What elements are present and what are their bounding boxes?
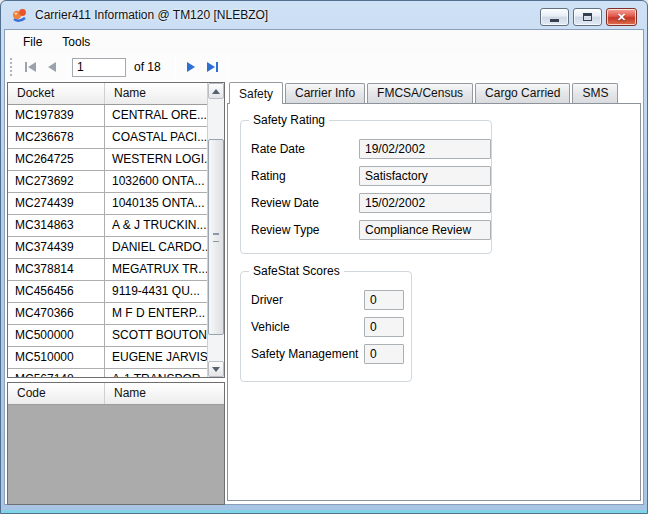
first-record-button[interactable]: [19, 57, 41, 77]
table-row[interactable]: MC510000 EUGENE JARVIS: [8, 347, 207, 369]
minimize-icon: [550, 19, 559, 22]
first-record-icon: [25, 62, 27, 72]
docket-grid-header: Docket Name: [8, 83, 224, 105]
vehicle-score-field: Vehicle 0: [251, 317, 411, 337]
docket-cell[interactable]: MC197839: [8, 105, 105, 126]
table-row[interactable]: MC197839 CENTRAL ORE...: [8, 105, 207, 127]
docket-cell[interactable]: MC264725: [8, 149, 105, 170]
scrollbar-thumb[interactable]: [208, 139, 224, 335]
menu-tools[interactable]: Tools: [52, 30, 100, 54]
safestat-scores-groupbox: SafeStat Scores Driver 0 Vehicle: [240, 271, 412, 382]
code-column-header[interactable]: Code: [8, 383, 105, 404]
window-title: Carrier411 Information @ TM120 [NLEBZO]: [35, 8, 268, 22]
safety-rating-title: Safety Rating: [249, 113, 329, 127]
name-cell[interactable]: SCOTT BOUTON: [105, 325, 207, 346]
name-cell[interactable]: 1032600 ONTA...: [105, 171, 207, 192]
minimize-button[interactable]: [540, 8, 569, 26]
scroll-up-button[interactable]: [208, 83, 224, 99]
record-count-label: of 18: [134, 60, 161, 74]
rating-field: Rating Satisfactory: [251, 166, 491, 186]
record-position-input[interactable]: [72, 58, 126, 77]
last-record-icon: [207, 62, 215, 72]
name-cell[interactable]: CENTRAL ORE...: [105, 105, 207, 126]
record-navigation-toolbar: of 18: [5, 54, 643, 80]
name-cell[interactable]: 9119-4431 QU...: [105, 281, 207, 302]
docket-cell[interactable]: MC470366: [8, 303, 105, 324]
docket-cell[interactable]: MC510000: [8, 347, 105, 368]
tab-strip: Safety Carrier Info FMCSA/Census Cargo C…: [227, 82, 641, 103]
menu-file[interactable]: File: [13, 30, 52, 54]
name-cell[interactable]: MEGATRUX TR...: [105, 259, 207, 280]
docket-grid[interactable]: Docket Name MC197839 CENTRAL ORE...: [7, 82, 225, 378]
titlebar[interactable]: Carrier411 Information @ TM120 [NLEBZO] …: [1, 1, 647, 29]
app-icon[interactable]: [11, 7, 28, 23]
left-pane: Docket Name MC197839 CENTRAL ORE...: [7, 82, 225, 505]
docket-cell[interactable]: MC314863: [8, 215, 105, 236]
maximize-button[interactable]: [573, 8, 602, 26]
table-row[interactable]: MC273692 1032600 ONTA...: [8, 171, 207, 193]
client-area: File Tools of 18: [4, 29, 644, 505]
tab-carrier-info[interactable]: Carrier Info: [285, 83, 365, 103]
tab-sms[interactable]: SMS: [572, 83, 618, 103]
field-label: Vehicle: [251, 320, 364, 334]
toolbar-grip[interactable]: [10, 58, 14, 76]
name-cell[interactable]: 1040135 ONTA...: [105, 193, 207, 214]
table-row[interactable]: MC456456 9119-4431 QU...: [8, 281, 207, 303]
docket-column-header[interactable]: Docket: [8, 83, 105, 104]
docket-grid-body[interactable]: MC197839 CENTRAL ORE... MC236678 COASTAL…: [8, 105, 207, 377]
field-value-input[interactable]: 0: [364, 344, 404, 364]
next-record-button[interactable]: [180, 57, 202, 77]
name-cell[interactable]: WESTERN LOGI...: [105, 149, 207, 170]
docket-cell[interactable]: MC274439: [8, 193, 105, 214]
scroll-down-button[interactable]: [208, 361, 224, 377]
field-value-input[interactable]: 15/02/2002: [359, 193, 491, 213]
name-column-header[interactable]: Name: [105, 383, 224, 404]
code-grid-header: Code Name: [8, 383, 224, 405]
docket-grid-scrollbar[interactable]: [207, 83, 224, 377]
table-row[interactable]: MC274439 1040135 ONTA...: [8, 193, 207, 215]
close-icon: ✕: [617, 11, 626, 24]
docket-cell[interactable]: MC378814: [8, 259, 105, 280]
tab-fmcsa-census[interactable]: FMCSA/Census: [367, 83, 473, 103]
table-row[interactable]: MC378814 MEGATRUX TR...: [8, 259, 207, 281]
field-value-input[interactable]: Compliance Review: [359, 220, 491, 240]
table-row-partial[interactable]: MC567148A-1 TRANSPOR...: [8, 369, 207, 377]
table-row[interactable]: MC500000 SCOTT BOUTON: [8, 325, 207, 347]
field-label: Review Type: [251, 223, 359, 237]
name-cell[interactable]: A & J TRUCKIN...: [105, 215, 207, 236]
field-value-input[interactable]: 0: [364, 317, 404, 337]
table-row[interactable]: MC264725 WESTERN LOGI...: [8, 149, 207, 171]
close-button[interactable]: ✕: [606, 8, 637, 26]
table-row[interactable]: MC236678 COASTAL PACI...: [8, 127, 207, 149]
field-label: Review Date: [251, 196, 359, 210]
table-row[interactable]: MC374439 DANIEL CARDO...: [8, 237, 207, 259]
field-value-input[interactable]: 19/02/2002: [359, 139, 491, 159]
docket-cell[interactable]: MC456456: [8, 281, 105, 302]
field-value-input[interactable]: 0: [364, 290, 404, 310]
field-value-input[interactable]: Satisfactory: [359, 166, 491, 186]
name-cell[interactable]: COASTAL PACI...: [105, 127, 207, 148]
review-type-field: Review Type Compliance Review: [251, 220, 491, 240]
maximize-icon: [583, 13, 592, 21]
name-cell[interactable]: A-1 TRANSPOR...: [105, 369, 207, 377]
field-label: Safety Management: [251, 347, 364, 361]
table-row[interactable]: MC314863 A & J TRUCKIN...: [8, 215, 207, 237]
docket-cell[interactable]: MC374439: [8, 237, 105, 258]
tab-safety[interactable]: Safety: [229, 82, 283, 104]
next-record-icon: [187, 62, 195, 72]
code-grid[interactable]: Code Name: [7, 382, 225, 505]
menu-bar: File Tools: [5, 30, 643, 54]
previous-record-button[interactable]: [41, 57, 63, 77]
table-row[interactable]: MC470366 M F D ENTERP...: [8, 303, 207, 325]
docket-cell[interactable]: MC273692: [8, 171, 105, 192]
name-cell[interactable]: EUGENE JARVIS: [105, 347, 207, 368]
last-record-button[interactable]: [202, 57, 224, 77]
safety-tab-page: Safety Rating Rate Date 19/02/2002 Rati: [227, 103, 641, 501]
detail-pane: Safety Carrier Info FMCSA/Census Cargo C…: [227, 82, 641, 501]
name-cell[interactable]: DANIEL CARDO...: [105, 237, 207, 258]
name-cell[interactable]: M F D ENTERP...: [105, 303, 207, 324]
docket-cell[interactable]: MC236678: [8, 127, 105, 148]
tab-cargo-carried[interactable]: Cargo Carried: [475, 83, 570, 103]
docket-cell[interactable]: MC500000: [8, 325, 105, 346]
docket-cell[interactable]: MC567148: [8, 369, 105, 377]
